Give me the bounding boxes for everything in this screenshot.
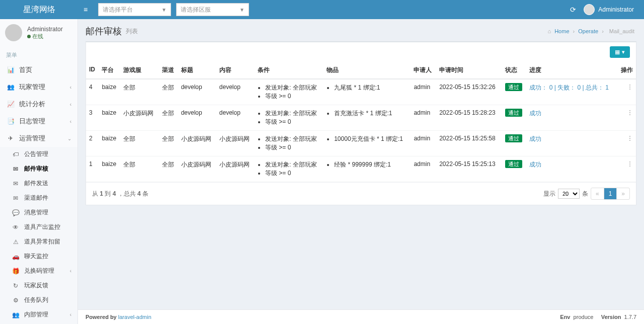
refresh-icon[interactable]: ⟳ — [570, 6, 576, 14]
cell-progress: 成功： 0 | 失败： 0 | 总共： 1 — [526, 79, 616, 105]
user-menu[interactable]: Administrator — [584, 4, 634, 15]
sidebar-item[interactable]: 📈统计分析‹ — [0, 96, 77, 113]
breadcrumb-operate[interactable]: Operate — [578, 28, 598, 34]
col-header: 渠道 — [159, 62, 178, 79]
chevron-down-icon: ⌄ — [67, 136, 71, 141]
nav-label: 首页 — [19, 65, 32, 74]
cond-item: 发送对象: 全部玩家 — [265, 160, 320, 169]
sidebar-subitem[interactable]: ✉邮件发送 — [5, 176, 77, 191]
sidebar-subitem[interactable]: ✉渠道邮件 — [5, 191, 77, 205]
cond-item: 等级 >= 0 — [265, 92, 320, 101]
goods-item: 九尾狐 * 1 绑定:1 — [334, 84, 408, 92]
cell-platform: baize — [99, 105, 120, 131]
cell-title: develop — [178, 105, 216, 131]
header-username: Administrator — [598, 6, 634, 13]
header-right: ⟳ Administrator — [570, 4, 644, 15]
cell-applicant: admin — [411, 131, 436, 156]
nav-label: 邮件发送 — [24, 179, 48, 188]
page-subtitle: 列表 — [126, 27, 138, 36]
home-icon: ⌂ — [547, 28, 551, 34]
cell-id: 2 — [86, 131, 99, 156]
cell-server: 全部 — [120, 156, 158, 182]
cell-actions: ⋯ — [617, 156, 636, 182]
cell-channel: 全部 — [159, 131, 178, 156]
table-row: 2baize全部全部小皮源码网小皮源码网发送对象: 全部玩家等级 >= 0100… — [86, 131, 636, 156]
pager-next[interactable]: » — [617, 188, 629, 199]
cell-time: 2022-05-15 15:25:13 — [436, 156, 502, 182]
pager-current[interactable]: 1 — [604, 188, 617, 199]
sidebar-subitem[interactable]: ✉邮件审核 — [5, 161, 77, 176]
col-header: 条件 — [255, 62, 324, 79]
sidebar-subitem[interactable]: 💬消息管理 — [5, 205, 77, 220]
cell-title: 小皮源码网 — [178, 131, 216, 156]
nav-label: 渠道邮件 — [24, 194, 48, 202]
status-badge: 通过 — [505, 83, 522, 91]
sidebar: Administrator 在线 菜单 📊首页👥玩家管理‹📈统计分析‹📑日志管理… — [0, 19, 78, 235]
column-selector-button[interactable]: ▦ ▾ — [610, 46, 630, 58]
cell-status: 通过 — [502, 156, 527, 182]
sidebar-subitem[interactable]: ⚠道具异常扣留 — [5, 234, 77, 235]
menu-icon: ✉ — [11, 195, 20, 202]
cell-cond: 发送对象: 全部玩家等级 >= 0 — [255, 79, 324, 105]
sub-nav: 🏷公告管理✉邮件审核✉邮件发送✉渠道邮件💬消息管理👁道具产出监控⚠道具异常扣留🚗… — [0, 147, 77, 235]
cell-platform: baize — [99, 131, 120, 156]
sidebar-subitem[interactable]: 👁道具产出监控 — [5, 220, 77, 234]
status-badge: 通过 — [505, 160, 522, 168]
sidebar-item[interactable]: 👥玩家管理‹ — [0, 78, 77, 96]
table-body: 4baize全部全部developdevelop发送对象: 全部玩家等级 >= … — [86, 79, 636, 182]
more-actions-icon[interactable]: ⋯ — [626, 135, 633, 141]
progress-link[interactable]: 成功 — [529, 110, 541, 117]
breadcrumb: ⌂ Home › Operate › Mail_audit — [545, 28, 636, 34]
nav-label: 消息管理 — [24, 208, 48, 217]
sidebar-item[interactable]: 📊首页 — [0, 61, 77, 78]
col-header: 物品 — [324, 62, 411, 79]
pager-prev[interactable]: « — [591, 188, 604, 199]
box-header: ▦ ▾ — [86, 42, 636, 62]
col-header: 游戏服 — [120, 62, 158, 79]
more-actions-icon[interactable]: ⋯ — [626, 84, 633, 90]
progress-link[interactable]: 成功 — [529, 161, 541, 168]
sidebar-toggle[interactable]: ≡ — [78, 6, 93, 14]
main-content: 邮件审核 列表 ⌂ Home › Operate › Mail_audit ▦ … — [78, 19, 644, 235]
user-status: 在线 — [27, 33, 63, 40]
platform-select[interactable]: 请选择平台 ▼ — [98, 3, 171, 16]
cell-server: 全部 — [120, 79, 158, 105]
cond-item: 发送对象: 全部玩家 — [265, 135, 320, 143]
cell-progress: 成功 — [526, 131, 616, 156]
progress-link[interactable]: 成功： 0 | 失败： 0 | 总共： 1 — [529, 84, 609, 91]
content-header: 邮件审核 列表 ⌂ Home › Operate › Mail_audit — [86, 19, 636, 41]
cell-applicant: admin — [411, 105, 436, 131]
progress-link[interactable]: 成功 — [529, 135, 541, 142]
goods-item: 经验 * 999999 绑定:1 — [334, 160, 408, 169]
cell-channel: 全部 — [159, 105, 178, 131]
table-row: 1baize全部全部小皮源码网小皮源码网发送对象: 全部玩家等级 >= 0经验 … — [86, 156, 636, 182]
sidebar-item-operate[interactable]: ✈ 运营管理 ⌄ — [0, 130, 77, 147]
more-actions-icon[interactable]: ⋯ — [626, 161, 633, 167]
more-actions-icon[interactable]: ⋯ — [626, 110, 633, 116]
cell-actions: ⋯ — [617, 79, 636, 105]
server-select[interactable]: 请选择区服 ▼ — [176, 3, 249, 16]
cond-item: 发送对象: 全部玩家 — [265, 84, 320, 92]
col-header: ID — [86, 62, 99, 79]
col-header: 申请人 — [411, 62, 436, 79]
sidebar-subitem[interactable]: 🏷公告管理 — [5, 147, 77, 161]
cell-status: 通过 — [502, 131, 527, 156]
cell-progress: 成功 — [526, 105, 616, 131]
cell-content: 小皮源码网 — [216, 156, 255, 182]
col-header: 平台 — [99, 62, 120, 79]
cell-cond: 发送对象: 全部玩家等级 >= 0 — [255, 105, 324, 131]
sidebar-username: Administrator — [27, 26, 63, 33]
plane-icon: ✈ — [6, 135, 15, 142]
caret-down-icon: ▼ — [239, 7, 245, 13]
breadcrumb-home[interactable]: Home — [554, 28, 569, 34]
sidebar-item[interactable]: 📑日志管理‹ — [0, 113, 77, 130]
brand-logo[interactable]: 星湾网络 — [0, 0, 78, 19]
cond-item: 等级 >= 0 — [265, 143, 320, 152]
per-page-select[interactable]: 20 — [558, 189, 580, 199]
unit-label: 条 — [582, 190, 588, 198]
cell-content: 小皮源码网 — [216, 131, 255, 156]
top-header: 星湾网络 ≡ 请选择平台 ▼ 请选择区服 ▼ ⟳ Administrator — [0, 0, 644, 19]
breadcrumb-current: Mail_audit — [609, 28, 634, 34]
cell-actions: ⋯ — [617, 131, 636, 156]
cell-channel: 全部 — [159, 79, 178, 105]
